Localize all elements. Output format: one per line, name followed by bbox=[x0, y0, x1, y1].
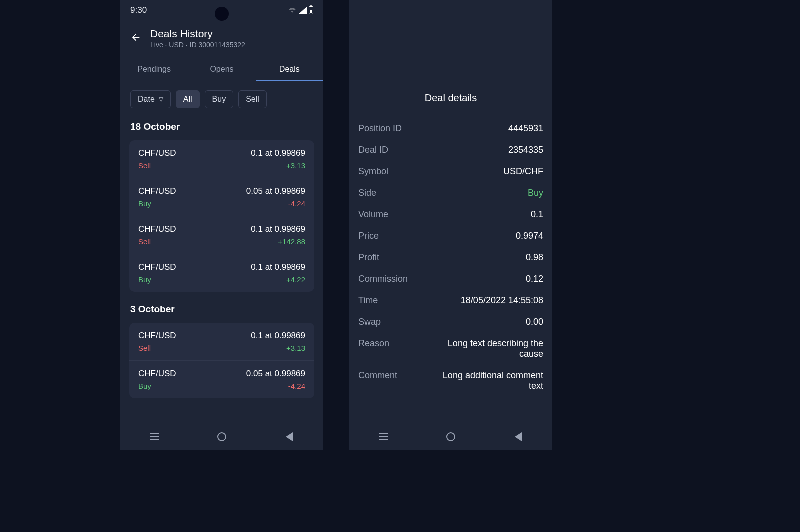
deal-row[interactable]: CHF/USD 0.05 at 0.99869 Buy -4.24 bbox=[130, 178, 314, 216]
deal-symbol: CHF/USD bbox=[138, 262, 176, 272]
filter-row: Date ▽ All Buy Sell bbox=[120, 81, 324, 112]
deal-profit: -4.24 bbox=[288, 199, 306, 208]
detail-value: 0.1 bbox=[531, 209, 544, 220]
detail-reason: Reason Long text describing the cause bbox=[358, 333, 544, 365]
phone-deal-details: Deal details Position ID 4445931 Deal ID… bbox=[350, 0, 552, 450]
details-title: Deal details bbox=[358, 92, 544, 104]
tabs: Pendings Opens Deals bbox=[120, 58, 324, 81]
deal-volume-price: 0.05 at 0.99869 bbox=[246, 186, 306, 196]
detail-value: USD/CHF bbox=[504, 166, 544, 177]
deal-volume-price: 0.1 at 0.99869 bbox=[251, 224, 306, 234]
chevron-down-icon: ▽ bbox=[159, 96, 164, 103]
detail-value: 0.98 bbox=[526, 252, 544, 263]
detail-price: Price 0.9974 bbox=[358, 225, 544, 247]
detail-commission: Commission 0.12 bbox=[358, 268, 544, 290]
deal-side: Sell bbox=[138, 344, 151, 352]
deal-profit: +142.88 bbox=[278, 237, 306, 246]
deal-symbol: CHF/USD bbox=[138, 369, 176, 379]
detail-deal-id: Deal ID 2354335 bbox=[358, 139, 544, 161]
deal-profit: +4.22 bbox=[286, 275, 306, 284]
tab-deals[interactable]: Deals bbox=[256, 58, 324, 81]
detail-value: 0.9974 bbox=[516, 231, 544, 241]
detail-label: Profit bbox=[358, 252, 380, 263]
deal-side: Buy bbox=[138, 275, 152, 284]
battery-icon bbox=[309, 6, 314, 14]
filter-all[interactable]: All bbox=[176, 90, 200, 108]
android-nav-bar bbox=[120, 424, 324, 450]
recent-apps-icon[interactable] bbox=[378, 431, 389, 442]
filter-date-label: Date bbox=[138, 95, 155, 104]
detail-value: Long text describing the cause bbox=[432, 338, 544, 359]
deal-side: Buy bbox=[138, 382, 152, 390]
back-icon[interactable] bbox=[284, 431, 295, 442]
phone-deals-history: 9:30 Deals History Live · USD · ID 30001… bbox=[120, 0, 324, 450]
deal-row[interactable]: CHF/USD 0.1 at 0.99869 Sell +3.13 bbox=[130, 140, 314, 178]
account-subtitle: Live · USD · ID 300011435322 bbox=[150, 41, 246, 49]
date-section-title: 18 October bbox=[120, 112, 324, 137]
detail-position-id: Position ID 4445931 bbox=[358, 118, 544, 139]
detail-label: Swap bbox=[358, 317, 381, 327]
deal-volume-price: 0.1 at 0.99869 bbox=[251, 262, 306, 272]
detail-volume: Volume 0.1 bbox=[358, 204, 544, 225]
cellular-signal-icon bbox=[299, 7, 307, 14]
deal-row[interactable]: CHF/USD 0.1 at 0.99869 Buy +4.22 bbox=[130, 254, 314, 292]
detail-label: Reason bbox=[358, 338, 390, 359]
detail-label: Time bbox=[358, 295, 378, 306]
deal-profit: +3.13 bbox=[286, 161, 306, 170]
status-bar: 9:30 bbox=[120, 0, 324, 21]
home-icon[interactable] bbox=[446, 431, 456, 442]
detail-comment: Comment Long additional comment text bbox=[358, 365, 544, 397]
deal-symbol: CHF/USD bbox=[138, 331, 176, 341]
deal-profit: -4.24 bbox=[288, 382, 306, 390]
tab-pendings[interactable]: Pendings bbox=[120, 58, 188, 81]
wifi-icon bbox=[288, 5, 297, 15]
detail-label: Symbol bbox=[358, 166, 388, 177]
detail-label: Position ID bbox=[358, 123, 402, 134]
deal-symbol: CHF/USD bbox=[138, 186, 176, 196]
detail-value: 4445931 bbox=[508, 123, 544, 134]
detail-profit: Profit 0.98 bbox=[358, 247, 544, 268]
date-section-title: 3 October bbox=[120, 295, 324, 320]
detail-value: 0.12 bbox=[526, 274, 544, 284]
detail-time: Time 18/05/2022 14:55:08 bbox=[358, 290, 544, 311]
detail-swap: Swap 0.00 bbox=[358, 311, 544, 333]
back-icon[interactable] bbox=[513, 431, 524, 442]
deal-side: Sell bbox=[138, 161, 151, 170]
app-header: Deals History Live · USD · ID 3000114353… bbox=[120, 21, 324, 53]
detail-side: Side Buy bbox=[358, 182, 544, 204]
filter-buy[interactable]: Buy bbox=[205, 90, 234, 108]
detail-value: Long additional comment text bbox=[432, 370, 544, 391]
deal-volume-price: 0.1 at 0.99869 bbox=[251, 148, 306, 158]
filter-date-dropdown[interactable]: Date ▽ bbox=[130, 90, 171, 108]
android-nav-bar bbox=[350, 424, 552, 450]
detail-label: Comment bbox=[358, 370, 398, 391]
detail-label: Deal ID bbox=[358, 145, 388, 155]
deal-side: Buy bbox=[138, 199, 152, 208]
deal-symbol: CHF/USD bbox=[138, 148, 176, 158]
detail-value: 0.00 bbox=[526, 317, 544, 327]
filter-sell[interactable]: Sell bbox=[238, 90, 267, 108]
deal-row[interactable]: CHF/USD 0.05 at 0.99869 Buy -4.24 bbox=[130, 361, 314, 398]
detail-label: Volume bbox=[358, 209, 388, 220]
deal-symbol: CHF/USD bbox=[138, 224, 176, 234]
detail-symbol: Symbol USD/CHF bbox=[358, 161, 544, 182]
deal-side: Sell bbox=[138, 237, 151, 246]
detail-value: 18/05/2022 14:55:08 bbox=[461, 295, 544, 306]
tab-opens[interactable]: Opens bbox=[188, 58, 256, 81]
home-icon[interactable] bbox=[216, 431, 228, 442]
back-arrow-icon[interactable] bbox=[130, 32, 142, 45]
deal-volume-price: 0.05 at 0.99869 bbox=[246, 369, 306, 379]
status-time: 9:30 bbox=[130, 5, 147, 15]
detail-value: 2354335 bbox=[508, 145, 544, 155]
deal-profit: +3.13 bbox=[286, 344, 306, 352]
deal-volume-price: 0.1 at 0.99869 bbox=[251, 331, 306, 341]
recent-apps-icon[interactable] bbox=[149, 431, 160, 442]
detail-label: Price bbox=[358, 231, 379, 241]
deals-card: CHF/USD 0.1 at 0.99869 Sell +3.13 CHF/US… bbox=[130, 140, 314, 292]
deal-row[interactable]: CHF/USD 0.1 at 0.99869 Sell +142.88 bbox=[130, 216, 314, 254]
page-title: Deals History bbox=[150, 28, 246, 40]
detail-value: Buy bbox=[528, 188, 544, 198]
camera-punchhole-icon bbox=[215, 7, 229, 21]
detail-label: Commission bbox=[358, 274, 408, 284]
deal-row[interactable]: CHF/USD 0.1 at 0.99869 Sell +3.13 bbox=[130, 323, 314, 361]
